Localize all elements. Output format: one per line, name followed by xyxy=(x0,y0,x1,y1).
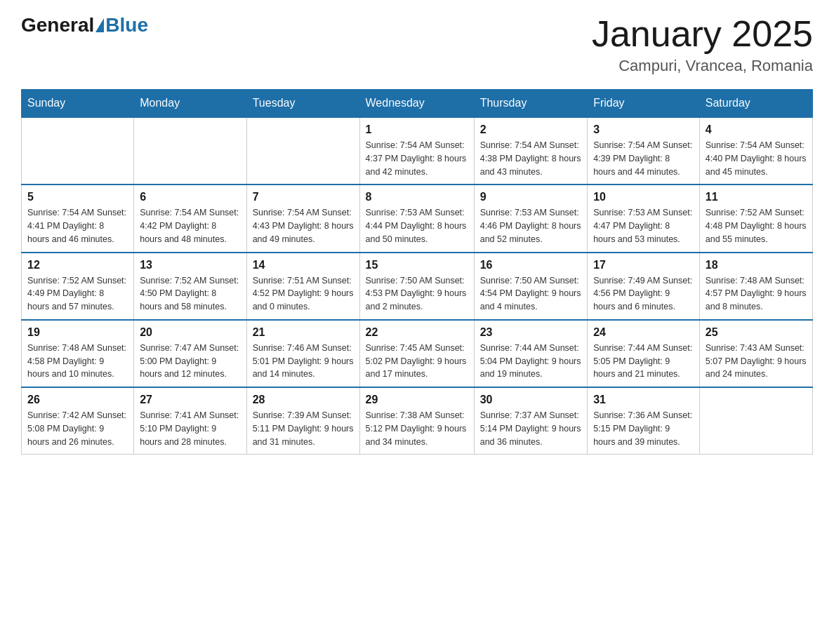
day-info: Sunrise: 7:43 AM Sunset: 5:07 PM Dayligh… xyxy=(706,342,807,381)
location-subtitle: Campuri, Vrancea, Romania xyxy=(592,57,813,75)
day-info: Sunrise: 7:50 AM Sunset: 4:54 PM Dayligh… xyxy=(480,274,581,314)
day-info: Sunrise: 7:54 AM Sunset: 4:39 PM Dayligh… xyxy=(593,139,694,178)
column-header-sunday: Sunday xyxy=(22,90,134,118)
day-number: 16 xyxy=(480,259,581,271)
day-number: 3 xyxy=(593,123,694,136)
day-info: Sunrise: 7:48 AM Sunset: 4:58 PM Dayligh… xyxy=(27,342,128,381)
day-info: Sunrise: 7:52 AM Sunset: 4:50 PM Dayligh… xyxy=(140,274,240,314)
day-info: Sunrise: 7:37 AM Sunset: 5:14 PM Dayligh… xyxy=(480,409,581,448)
day-number: 18 xyxy=(706,259,807,271)
day-number: 21 xyxy=(253,326,354,339)
day-info: Sunrise: 7:49 AM Sunset: 4:56 PM Dayligh… xyxy=(593,274,694,314)
month-title: January 2025 xyxy=(592,14,813,54)
calendar-week-row: 19Sunrise: 7:48 AM Sunset: 4:58 PM Dayli… xyxy=(22,320,813,387)
logo-blue-text: Blue xyxy=(105,14,148,36)
calendar-cell: 3Sunrise: 7:54 AM Sunset: 4:39 PM Daylig… xyxy=(588,117,700,185)
day-number: 29 xyxy=(366,394,468,406)
day-info: Sunrise: 7:46 AM Sunset: 5:01 PM Dayligh… xyxy=(253,342,354,381)
calendar-cell xyxy=(699,387,812,455)
day-info: Sunrise: 7:47 AM Sunset: 5:00 PM Dayligh… xyxy=(140,342,240,381)
calendar-cell: 23Sunrise: 7:44 AM Sunset: 5:04 PM Dayli… xyxy=(474,320,587,387)
calendar-cell: 31Sunrise: 7:36 AM Sunset: 5:15 PM Dayli… xyxy=(588,387,700,455)
day-info: Sunrise: 7:39 AM Sunset: 5:11 PM Dayligh… xyxy=(253,409,354,448)
calendar-cell: 12Sunrise: 7:52 AM Sunset: 4:49 PM Dayli… xyxy=(22,253,134,320)
calendar-cell: 22Sunrise: 7:45 AM Sunset: 5:02 PM Dayli… xyxy=(359,320,474,387)
day-info: Sunrise: 7:53 AM Sunset: 4:46 PM Dayligh… xyxy=(480,206,581,246)
day-number: 11 xyxy=(706,191,807,203)
day-info: Sunrise: 7:52 AM Sunset: 4:49 PM Dayligh… xyxy=(27,274,128,314)
calendar-cell: 29Sunrise: 7:38 AM Sunset: 5:12 PM Dayli… xyxy=(359,387,474,455)
day-info: Sunrise: 7:42 AM Sunset: 5:08 PM Dayligh… xyxy=(27,409,128,448)
day-info: Sunrise: 7:54 AM Sunset: 4:43 PM Dayligh… xyxy=(253,206,354,246)
day-info: Sunrise: 7:51 AM Sunset: 4:52 PM Dayligh… xyxy=(253,274,354,314)
calendar-table: SundayMondayTuesdayWednesdayThursdayFrid… xyxy=(21,89,813,455)
calendar-cell: 20Sunrise: 7:47 AM Sunset: 5:00 PM Dayli… xyxy=(134,320,246,387)
calendar-cell: 15Sunrise: 7:50 AM Sunset: 4:53 PM Dayli… xyxy=(359,253,474,320)
day-number: 23 xyxy=(480,326,581,339)
calendar-cell: 24Sunrise: 7:44 AM Sunset: 5:05 PM Dayli… xyxy=(588,320,700,387)
calendar-cell xyxy=(22,117,134,185)
day-number: 30 xyxy=(480,394,581,406)
day-number: 10 xyxy=(593,191,694,203)
day-number: 14 xyxy=(253,259,354,271)
calendar-cell xyxy=(246,117,359,185)
day-number: 24 xyxy=(593,326,694,339)
calendar-week-row: 5Sunrise: 7:54 AM Sunset: 4:41 PM Daylig… xyxy=(22,185,813,252)
day-info: Sunrise: 7:50 AM Sunset: 4:53 PM Dayligh… xyxy=(366,274,468,314)
calendar-cell: 11Sunrise: 7:52 AM Sunset: 4:48 PM Dayli… xyxy=(699,185,812,252)
day-info: Sunrise: 7:54 AM Sunset: 4:40 PM Dayligh… xyxy=(706,139,807,178)
calendar-cell: 6Sunrise: 7:54 AM Sunset: 4:42 PM Daylig… xyxy=(134,185,246,252)
day-number: 9 xyxy=(480,191,581,203)
calendar-cell: 2Sunrise: 7:54 AM Sunset: 4:38 PM Daylig… xyxy=(474,117,587,185)
day-number: 1 xyxy=(366,123,468,136)
day-number: 2 xyxy=(480,123,581,136)
day-info: Sunrise: 7:44 AM Sunset: 5:05 PM Dayligh… xyxy=(593,342,694,381)
calendar-cell: 17Sunrise: 7:49 AM Sunset: 4:56 PM Dayli… xyxy=(588,253,700,320)
calendar-cell: 16Sunrise: 7:50 AM Sunset: 4:54 PM Dayli… xyxy=(474,253,587,320)
logo-general-text: General xyxy=(21,14,94,36)
column-header-saturday: Saturday xyxy=(699,90,812,118)
calendar-week-row: 26Sunrise: 7:42 AM Sunset: 5:08 PM Dayli… xyxy=(22,387,813,455)
day-number: 19 xyxy=(27,326,128,339)
day-info: Sunrise: 7:45 AM Sunset: 5:02 PM Dayligh… xyxy=(366,342,468,381)
logo: General Blue xyxy=(21,14,148,36)
day-number: 28 xyxy=(253,394,354,406)
day-number: 31 xyxy=(593,394,694,406)
calendar-cell: 8Sunrise: 7:53 AM Sunset: 4:44 PM Daylig… xyxy=(359,185,474,252)
column-header-tuesday: Tuesday xyxy=(246,90,359,118)
day-number: 4 xyxy=(706,123,807,136)
day-number: 7 xyxy=(253,191,354,203)
calendar-cell: 10Sunrise: 7:53 AM Sunset: 4:47 PM Dayli… xyxy=(588,185,700,252)
calendar-cell: 13Sunrise: 7:52 AM Sunset: 4:50 PM Dayli… xyxy=(134,253,246,320)
calendar-cell: 7Sunrise: 7:54 AM Sunset: 4:43 PM Daylig… xyxy=(246,185,359,252)
calendar-week-row: 1Sunrise: 7:54 AM Sunset: 4:37 PM Daylig… xyxy=(22,117,813,185)
day-info: Sunrise: 7:52 AM Sunset: 4:48 PM Dayligh… xyxy=(706,206,807,246)
page-header: General Blue January 2025 Campuri, Vranc… xyxy=(21,14,813,75)
day-number: 26 xyxy=(27,394,128,406)
column-header-wednesday: Wednesday xyxy=(359,90,474,118)
day-number: 13 xyxy=(140,259,240,271)
logo-triangle-icon xyxy=(95,18,104,32)
calendar-header-row: SundayMondayTuesdayWednesdayThursdayFrid… xyxy=(22,90,813,118)
day-info: Sunrise: 7:54 AM Sunset: 4:42 PM Dayligh… xyxy=(140,206,240,246)
calendar-cell: 5Sunrise: 7:54 AM Sunset: 4:41 PM Daylig… xyxy=(22,185,134,252)
calendar-cell: 25Sunrise: 7:43 AM Sunset: 5:07 PM Dayli… xyxy=(699,320,812,387)
day-info: Sunrise: 7:54 AM Sunset: 4:41 PM Dayligh… xyxy=(27,206,128,246)
calendar-cell: 4Sunrise: 7:54 AM Sunset: 4:40 PM Daylig… xyxy=(699,117,812,185)
calendar-cell: 27Sunrise: 7:41 AM Sunset: 5:10 PM Dayli… xyxy=(134,387,246,455)
day-info: Sunrise: 7:44 AM Sunset: 5:04 PM Dayligh… xyxy=(480,342,581,381)
day-number: 25 xyxy=(706,326,807,339)
calendar-cell: 21Sunrise: 7:46 AM Sunset: 5:01 PM Dayli… xyxy=(246,320,359,387)
day-number: 15 xyxy=(366,259,468,271)
day-number: 6 xyxy=(140,191,240,203)
day-info: Sunrise: 7:53 AM Sunset: 4:44 PM Dayligh… xyxy=(366,206,468,246)
day-number: 17 xyxy=(593,259,694,271)
day-number: 22 xyxy=(366,326,468,339)
day-info: Sunrise: 7:41 AM Sunset: 5:10 PM Dayligh… xyxy=(140,409,240,448)
day-number: 12 xyxy=(27,259,128,271)
calendar-week-row: 12Sunrise: 7:52 AM Sunset: 4:49 PM Dayli… xyxy=(22,253,813,320)
day-info: Sunrise: 7:48 AM Sunset: 4:57 PM Dayligh… xyxy=(706,274,807,314)
calendar-cell: 14Sunrise: 7:51 AM Sunset: 4:52 PM Dayli… xyxy=(246,253,359,320)
day-info: Sunrise: 7:54 AM Sunset: 4:37 PM Dayligh… xyxy=(366,139,468,178)
column-header-monday: Monday xyxy=(134,90,246,118)
